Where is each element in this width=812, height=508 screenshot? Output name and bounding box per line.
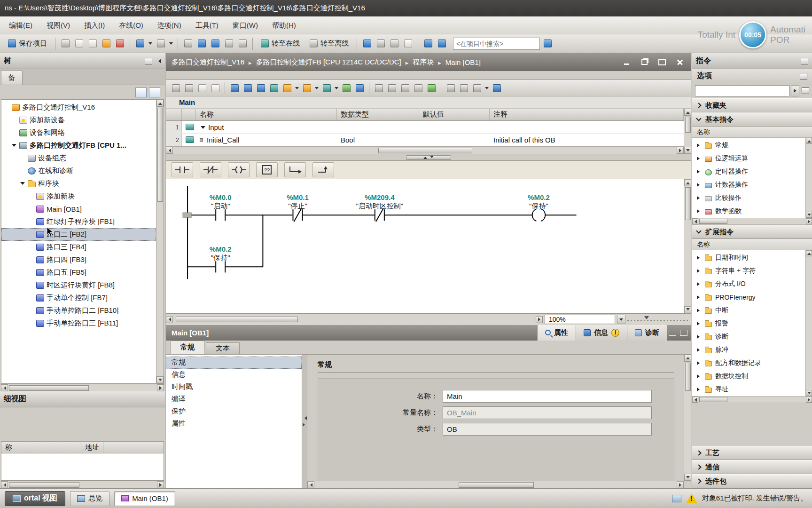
tree-horizontal-scrollbar[interactable] [1, 384, 164, 391]
toggle-dropdown-caret[interactable] [294, 82, 300, 94]
scroll-down-button[interactable] [684, 306, 691, 313]
instruction-group-item[interactable]: 数学函数 [692, 205, 805, 218]
editor-splitter[interactable] [166, 154, 691, 160]
instruction-group-item[interactable]: 中断 [692, 304, 805, 317]
compare-editor-icon[interactable] [340, 82, 352, 94]
compile-icon[interactable] [182, 38, 194, 50]
save-project-button[interactable]: 保存项目 [4, 37, 51, 51]
update-inconsistent-calls-icon[interactable] [399, 82, 411, 94]
column-header-comment[interactable]: 注释 [490, 109, 684, 120]
tree-item[interactable]: 手动单控路口三 [FB11] [1, 317, 156, 330]
properties-nav-item[interactable]: 保护 [166, 405, 302, 418]
absolute-symbolic-toggle-icon[interactable] [281, 82, 293, 94]
instruction-group-item[interactable]: 字符串 + 字符 [692, 264, 805, 278]
tree-item[interactable]: 多路口交通灯控制_V16 [1, 101, 156, 114]
scroll-up-button[interactable] [806, 250, 812, 256]
stop-cpu-icon[interactable] [236, 38, 249, 50]
extended-list-vertical-scrollbar[interactable] [805, 250, 812, 396]
section-communication[interactable]: 通信 [692, 460, 812, 474]
scroll-down-button[interactable] [806, 390, 812, 396]
scroll-thumb[interactable] [176, 317, 298, 322]
expand-dropdown-caret[interactable] [314, 82, 320, 94]
search-settings-icon[interactable] [802, 87, 809, 94]
contact-hold-branch[interactable]: %M0.2 "保持" [210, 245, 232, 272]
comments-on-off-icon[interactable] [268, 82, 280, 94]
subtab-general[interactable]: 常规 [171, 341, 204, 354]
lad-fbd-toggle-icon[interactable] [445, 82, 457, 94]
instruction-group-item[interactable]: 数据块控制 [692, 370, 805, 383]
panel-pin-icon[interactable] [145, 58, 152, 64]
field-value-input[interactable]: OB_Main [443, 406, 652, 419]
expander-icon[interactable] [697, 196, 702, 200]
close-branch-tool[interactable] [312, 162, 334, 177]
properties-nav-item[interactable]: 信息 [166, 369, 302, 381]
instruction-group-item[interactable]: 比较操作 [692, 191, 805, 205]
restore-editor-icon[interactable] [639, 57, 650, 67]
tree-item[interactable]: 红绿灯子程序块 [FB1] [1, 215, 156, 228]
column-header-address[interactable]: 地址 [81, 442, 103, 453]
tree-item[interactable]: 时区运行块黄灯 [FB8] [1, 279, 156, 292]
scroll-left-button[interactable] [1, 384, 8, 391]
split-editor-horizontal-icon[interactable] [422, 38, 434, 50]
scroll-up-button[interactable] [806, 138, 812, 144]
scroll-up-button[interactable] [684, 109, 691, 116]
expander-icon[interactable] [697, 348, 702, 352]
toggle-symbols-icon[interactable] [255, 82, 267, 94]
cross-references-icon[interactable] [388, 38, 400, 50]
no-contact-tool[interactable] [172, 162, 193, 177]
contact-start[interactable]: %M0.0 "启动" [210, 193, 232, 221]
extended-list-horizontal-scrollbar[interactable] [692, 397, 812, 403]
instruction-group-item[interactable]: 脉冲 [692, 343, 805, 357]
scroll-left-button[interactable] [166, 147, 173, 154]
search-next-icon[interactable] [791, 85, 799, 96]
zoom-dropdown-caret[interactable] [617, 315, 625, 324]
scroll-left-button[interactable] [692, 397, 698, 403]
breadcrumb-folder[interactable]: 程序块 [413, 58, 434, 67]
insert-network-icon[interactable] [170, 82, 182, 94]
paste-icon[interactable] [100, 38, 112, 50]
expander-icon[interactable] [697, 157, 702, 160]
section-extended-instructions[interactable]: 扩展指令 [692, 225, 812, 239]
instruction-group-item[interactable]: 报警 [692, 317, 805, 330]
keep-results-icon[interactable] [320, 82, 333, 94]
scroll-up-button[interactable] [156, 100, 164, 107]
close-all-networks-icon[interactable] [209, 82, 221, 94]
detail-view-list[interactable] [1, 453, 164, 481]
expander-icon[interactable] [697, 388, 702, 391]
instruction-group-item[interactable]: 寻址 [692, 383, 805, 396]
copy-icon[interactable] [86, 38, 99, 50]
collapse-panel-icon[interactable] [156, 59, 161, 64]
tree-item[interactable]: 添加新设备 [1, 114, 156, 127]
expander-icon[interactable] [697, 143, 702, 147]
close-editor-icon[interactable] [674, 57, 686, 67]
menu-item[interactable]: 编辑(E) [2, 16, 39, 34]
tree-vertical-scrollbar[interactable] [156, 100, 164, 383]
go-to-next-error-icon[interactable] [386, 82, 398, 94]
toggle-network-comments-icon[interactable] [228, 82, 241, 94]
filter-options-icon[interactable] [800, 73, 807, 79]
open-branch-tool[interactable] [284, 162, 306, 177]
scroll-right-button[interactable] [677, 147, 684, 154]
scroll-right-button[interactable] [806, 218, 812, 224]
free-form-comments-icon[interactable] [471, 82, 483, 94]
instruction-group-item[interactable]: 日期和时间 [692, 251, 805, 264]
expander-icon[interactable] [697, 361, 702, 365]
ladder-network-canvas[interactable]: %M0.0 "启动" %M0.1 "停止" [166, 179, 684, 313]
scroll-thumb[interactable] [9, 385, 89, 391]
tree-item[interactable]: 多路口控制交通灯FB [CPU 1... [1, 139, 156, 152]
properties-horizontal-scrollbar[interactable] [307, 481, 684, 488]
column-header-datatype[interactable]: 数据类型 [337, 109, 419, 120]
scroll-up-button[interactable] [684, 355, 691, 362]
interface-row-initial-call[interactable]: 2 Initial_Call Bool Initial call of this… [166, 134, 684, 146]
scroll-thumb[interactable] [685, 117, 691, 133]
variable-name[interactable]: Initial_Call [207, 136, 239, 144]
properties-nav-item[interactable]: 时间戳 [166, 381, 302, 393]
breadcrumb-device[interactable]: 多路口控制交通灯FB [CPU 1214C DC/DC/DC] [256, 58, 401, 67]
download-to-device-icon[interactable] [195, 38, 208, 50]
properties-nav-item[interactable]: 常规 [166, 357, 302, 369]
scroll-thumb[interactable] [459, 482, 534, 488]
menu-item[interactable]: 插入(I) [77, 16, 112, 34]
section-technology[interactable]: 工艺 [692, 446, 812, 460]
expander-icon[interactable] [697, 309, 702, 312]
menu-item[interactable]: 窗口(W) [226, 16, 265, 34]
